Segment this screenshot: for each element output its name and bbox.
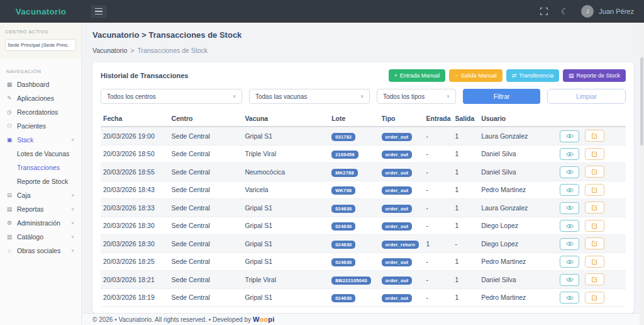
lote-badge: 024630 xyxy=(331,294,355,302)
sidebar-item-catalogo[interactable]: ▥ Catálogo ∨ xyxy=(0,230,81,244)
active-center-select[interactable]: Sede Principal (Sede Princ. xyxy=(5,39,76,51)
table-row: 20/03/2026 18:43 Sede Central Varicela W… xyxy=(101,181,626,199)
table-row: 20/03/2026 18:30 Sede Central Gripal S1 … xyxy=(101,217,626,235)
cell-entrada: - xyxy=(423,127,452,145)
cell-lote: 031782 xyxy=(329,127,379,145)
sidebar-item-recordatorios[interactable]: ◷ Recordatorios xyxy=(0,105,81,119)
cell-centro: Sede Central xyxy=(169,217,243,235)
sidebar-item-pacientes[interactable]: ⚇ Pacientes xyxy=(0,119,81,133)
view-button[interactable] xyxy=(560,292,579,304)
vaccines-select[interactable]: Todas las vacunas ∨ xyxy=(249,89,370,104)
cell-entrada: - xyxy=(423,145,452,163)
view-button[interactable] xyxy=(560,130,579,142)
edit-button[interactable] xyxy=(585,130,604,142)
cell-centro: Sede Central xyxy=(169,288,243,307)
cell-lote: 024630 xyxy=(329,288,379,307)
table-row: 20/03/2026 18:33 Sede Central Gripal S1 … xyxy=(101,199,626,217)
lote-badge: MK2788 xyxy=(331,169,358,177)
clear-button[interactable]: Limpiar xyxy=(547,89,626,104)
lote-badge: 024630 xyxy=(331,205,355,213)
cell-entrada: - xyxy=(423,199,452,217)
col-salida: Salida xyxy=(452,111,479,127)
cell-tipo: order_out xyxy=(379,145,424,163)
user-name[interactable]: Juan Pérez xyxy=(599,8,634,15)
sidebar-item-label: Caja xyxy=(17,191,67,199)
view-button[interactable] xyxy=(560,202,579,214)
dark-mode-icon[interactable]: ☾ xyxy=(561,6,569,16)
transferencia-button[interactable]: ⇄ Transferencia xyxy=(506,69,559,82)
chevron-down-icon: ∨ xyxy=(447,94,450,99)
avatar[interactable]: J xyxy=(581,5,594,18)
clipboard-icon: ▥ xyxy=(6,234,13,240)
cell-tipo: order_out xyxy=(379,127,424,145)
woopi-logo[interactable]: Woopi xyxy=(253,316,274,323)
view-button[interactable] xyxy=(560,256,579,268)
edit-button[interactable] xyxy=(585,166,604,178)
col-tipo: Tipo xyxy=(379,111,424,127)
breadcrumb-home[interactable]: Vacunatorio xyxy=(92,47,127,54)
cell-salida: 1 xyxy=(452,253,479,271)
hamburger-icon xyxy=(95,8,103,9)
view-button[interactable] xyxy=(560,148,579,160)
cell-vacuna: Gripal S1 xyxy=(242,199,329,217)
cell-centro: Sede Central xyxy=(169,181,243,199)
view-button[interactable] xyxy=(560,274,579,286)
tipo-badge: order_out xyxy=(382,277,413,285)
sidebar-item-transacciones[interactable]: Transacciones xyxy=(0,161,81,174)
cell-tipo: order_out xyxy=(379,288,424,307)
filter-button[interactable]: Filtrar xyxy=(463,89,540,104)
edit-button[interactable] xyxy=(585,220,604,232)
lote-badge: WK798 xyxy=(331,186,355,195)
cell-actions xyxy=(557,253,626,271)
col-entrada: Entrada xyxy=(423,111,452,127)
cell-lote: 024630 xyxy=(329,253,379,271)
edit-button[interactable] xyxy=(585,273,604,285)
fullscreen-icon[interactable] xyxy=(540,7,548,16)
view-button[interactable] xyxy=(560,220,579,232)
edit-button[interactable] xyxy=(585,184,604,196)
scrollbar[interactable] xyxy=(640,23,644,325)
salida-manual-button[interactable]: − Salida Manual xyxy=(449,69,502,82)
sidebar-item-administracion[interactable]: ⚙ Administración ∨ xyxy=(0,216,81,230)
cell-entrada: 1 xyxy=(423,235,452,253)
view-button[interactable] xyxy=(560,184,579,196)
view-button[interactable] xyxy=(560,238,579,250)
sidebar-item-stack[interactable]: ▣ Stack ∧ xyxy=(0,133,81,147)
edit-button[interactable] xyxy=(585,256,604,268)
centers-select[interactable]: Todos los centros ∨ xyxy=(101,89,242,104)
edit-button[interactable] xyxy=(585,148,604,160)
sidebar-item-lotes-de-vacunas[interactable]: Lotes de Vacunas xyxy=(0,147,81,161)
cell-actions xyxy=(557,127,626,145)
chevron-down-icon: ∨ xyxy=(71,248,75,253)
edit-button[interactable] xyxy=(585,202,604,214)
cell-fecha: 20/03/2026 18:30 xyxy=(101,217,169,235)
sidebar-item-caja[interactable]: ⊟ Caja ∨ xyxy=(0,188,81,202)
cell-vacuna: Varicela xyxy=(242,181,329,199)
sidebar-item-label: Lotes de Vacunas xyxy=(17,150,70,157)
transactions-table: Fecha Centro Vacuna Lote Tipo Entrada Sa… xyxy=(101,111,626,307)
sidebar-item-reporte-de-stock[interactable]: Reporte de Stock xyxy=(0,174,81,188)
sidebar-toggle-button[interactable] xyxy=(91,5,107,18)
scrollbar-thumb[interactable] xyxy=(640,57,643,145)
cell-salida: 1 xyxy=(452,163,479,181)
entrada-manual-button[interactable]: + Entrada Manual xyxy=(389,69,446,82)
lote-badge: 031782 xyxy=(331,133,355,141)
cell-entrada: - xyxy=(423,217,452,235)
app-logo[interactable]: Vacunatorio xyxy=(16,7,67,16)
sidebar-item-reportas[interactable]: ▤ Reportas ∨ xyxy=(0,202,81,216)
edit-button[interactable] xyxy=(585,237,604,249)
sidebar-item-aplicaciones[interactable]: ✎ Aplicaciones xyxy=(0,91,81,105)
types-select[interactable]: Todos los tipos ∨ xyxy=(377,89,456,104)
cell-lote: BB222105040 xyxy=(329,271,379,289)
reporte-de-stock-button[interactable]: ▤ Reporte de Stock xyxy=(563,69,626,82)
edit-button[interactable] xyxy=(585,292,604,304)
cell-salida: 1 xyxy=(452,127,479,145)
sidebar-item-dashboard[interactable]: ▦ Dashboard xyxy=(0,77,81,91)
tipo-badge: order_out xyxy=(382,205,413,213)
tipo-badge: order_out xyxy=(382,222,413,231)
view-button[interactable] xyxy=(560,166,579,178)
cell-fecha: 20/03/2026 18:50 xyxy=(101,145,169,163)
sidebar-item-obras-sociales[interactable]: ⌂ Obras sociales ∨ xyxy=(0,244,81,258)
lote-badge: 024630 xyxy=(331,258,355,266)
table-row: 20/03/2026 18:25 Sede Central Gripal S1 … xyxy=(101,253,626,271)
